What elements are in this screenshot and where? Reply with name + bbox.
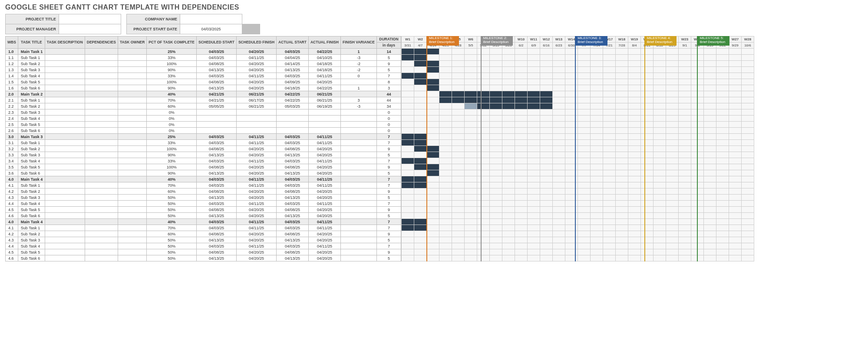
- task-cell[interactable]: [340, 146, 376, 152]
- task-cell[interactable]: Sub Task 5: [18, 122, 45, 128]
- task-cell[interactable]: [340, 182, 376, 188]
- col-pct[interactable]: PCT OF TASK COMPLETE: [147, 36, 197, 49]
- task-cell[interactable]: [196, 109, 236, 116]
- task-cell[interactable]: [45, 122, 85, 128]
- task-cell[interactable]: 7: [376, 176, 401, 182]
- task-row[interactable]: 2.4Sub Task 40%0: [6, 116, 401, 122]
- task-cell[interactable]: [85, 103, 118, 109]
- task-cell[interactable]: [85, 122, 118, 128]
- task-cell[interactable]: 04/11/25: [236, 201, 276, 207]
- task-cell[interactable]: 4.4: [6, 201, 18, 207]
- task-cell[interactable]: 04/18/25: [308, 61, 340, 67]
- project-manager-input[interactable]: [59, 24, 121, 34]
- task-cell[interactable]: 04/13/25: [277, 195, 309, 201]
- task-cell[interactable]: Main Task 2: [18, 91, 45, 97]
- task-cell[interactable]: [85, 219, 118, 225]
- task-cell[interactable]: 1: [340, 85, 376, 91]
- task-cell[interactable]: 04/11/25: [308, 243, 340, 249]
- task-row[interactable]: 4.1Sub Task 170%04/03/2504/11/2504/03/25…: [6, 225, 401, 231]
- task-cell[interactable]: 04/18/25: [277, 85, 309, 91]
- task-cell[interactable]: Sub Task 5: [18, 249, 45, 255]
- task-cell[interactable]: 04/20/25: [308, 170, 340, 176]
- task-cell[interactable]: 4.3: [6, 195, 18, 201]
- task-row[interactable]: 2.0Main Task 240%04/21/2506/21/2504/22/2…: [6, 91, 401, 97]
- task-cell[interactable]: 04/20/25: [308, 152, 340, 158]
- task-cell[interactable]: [340, 249, 376, 255]
- task-cell[interactable]: Sub Task 4: [18, 201, 45, 207]
- task-cell[interactable]: [85, 85, 118, 91]
- task-cell[interactable]: 70%: [147, 225, 197, 231]
- task-cell[interactable]: 04/22/25: [277, 91, 309, 97]
- task-cell[interactable]: [118, 201, 146, 207]
- task-cell[interactable]: 3: [376, 85, 401, 91]
- task-cell[interactable]: [277, 116, 309, 122]
- task-cell[interactable]: 0: [376, 109, 401, 116]
- task-cell[interactable]: Sub Task 5: [18, 164, 45, 170]
- task-cell[interactable]: 44: [376, 97, 401, 103]
- task-cell[interactable]: [45, 67, 85, 73]
- task-cell[interactable]: -2: [340, 61, 376, 67]
- task-cell[interactable]: 06/19/25: [308, 103, 340, 109]
- task-cell[interactable]: [340, 122, 376, 128]
- task-row[interactable]: 3.5Sub Task 5100%04/08/2504/20/2504/08/2…: [6, 164, 401, 170]
- task-cell[interactable]: 04/08/25: [277, 188, 309, 195]
- task-cell[interactable]: [118, 188, 146, 195]
- col-sched-start[interactable]: SCHEDULED START: [196, 36, 236, 49]
- task-cell[interactable]: 7: [376, 182, 401, 188]
- task-cell[interactable]: 4.5: [6, 249, 18, 255]
- task-cell[interactable]: 1: [340, 49, 376, 55]
- task-cell[interactable]: [85, 128, 118, 134]
- task-cell[interactable]: [340, 237, 376, 243]
- task-cell[interactable]: 04/03/25: [277, 73, 309, 79]
- task-cell[interactable]: Sub Task 2: [18, 103, 45, 109]
- task-cell[interactable]: 04/04/25: [277, 55, 309, 61]
- task-cell[interactable]: 4.4: [6, 243, 18, 249]
- task-cell[interactable]: [85, 158, 118, 164]
- task-cell[interactable]: 04/13/25: [196, 85, 236, 91]
- task-cell[interactable]: 04/20/25: [236, 152, 276, 158]
- task-cell[interactable]: 4.6: [6, 255, 18, 261]
- task-cell[interactable]: 5: [376, 195, 401, 201]
- task-cell[interactable]: 04/08/25: [196, 61, 236, 67]
- task-cell[interactable]: [308, 116, 340, 122]
- task-cell[interactable]: 04/03/25: [277, 243, 309, 249]
- task-cell[interactable]: [45, 231, 85, 237]
- task-cell[interactable]: [85, 79, 118, 85]
- task-cell[interactable]: [196, 122, 236, 128]
- task-cell[interactable]: [118, 49, 146, 55]
- task-cell[interactable]: 5: [376, 213, 401, 219]
- task-cell[interactable]: [45, 109, 85, 116]
- col-act-start[interactable]: ACTUAL START: [277, 36, 309, 49]
- task-cell[interactable]: [85, 213, 118, 219]
- task-cell[interactable]: 04/11/25: [236, 55, 276, 61]
- task-cell[interactable]: [118, 213, 146, 219]
- task-cell[interactable]: Sub Task 3: [18, 237, 45, 243]
- task-cell[interactable]: 9: [376, 164, 401, 170]
- task-cell[interactable]: Sub Task 5: [18, 79, 45, 85]
- task-cell[interactable]: 04/20/25: [236, 170, 276, 176]
- task-cell[interactable]: Sub Task 3: [18, 195, 45, 201]
- col-dependencies[interactable]: DEPENDENCIES: [85, 36, 118, 49]
- task-cell[interactable]: [85, 152, 118, 158]
- task-cell[interactable]: [340, 158, 376, 164]
- task-cell[interactable]: 04/20/25: [236, 85, 276, 91]
- task-cell[interactable]: 04/08/25: [277, 249, 309, 255]
- task-cell[interactable]: 50%: [147, 255, 197, 261]
- task-cell[interactable]: 90%: [147, 170, 197, 176]
- task-cell[interactable]: [118, 97, 146, 103]
- task-cell[interactable]: Sub Task 1: [18, 140, 45, 146]
- task-cell[interactable]: 04/11/25: [308, 225, 340, 231]
- task-cell[interactable]: [118, 73, 146, 79]
- task-cell[interactable]: 04/20/25: [236, 188, 276, 195]
- task-cell[interactable]: 3.3: [6, 152, 18, 158]
- task-cell[interactable]: Sub Task 6: [18, 128, 45, 134]
- task-cell[interactable]: 04/20/25: [308, 249, 340, 255]
- task-cell[interactable]: Sub Task 4: [18, 116, 45, 122]
- task-row[interactable]: 3.1Sub Task 133%04/03/2504/11/2504/03/25…: [6, 140, 401, 146]
- col-duration[interactable]: DURATION: [376, 36, 401, 43]
- task-cell[interactable]: [85, 225, 118, 231]
- task-cell[interactable]: 04/20/25: [236, 61, 276, 67]
- task-cell[interactable]: [340, 164, 376, 170]
- task-row[interactable]: 1.2Sub Task 2100%04/08/2504/20/2504/14/2…: [6, 61, 401, 67]
- task-cell[interactable]: -3: [340, 103, 376, 109]
